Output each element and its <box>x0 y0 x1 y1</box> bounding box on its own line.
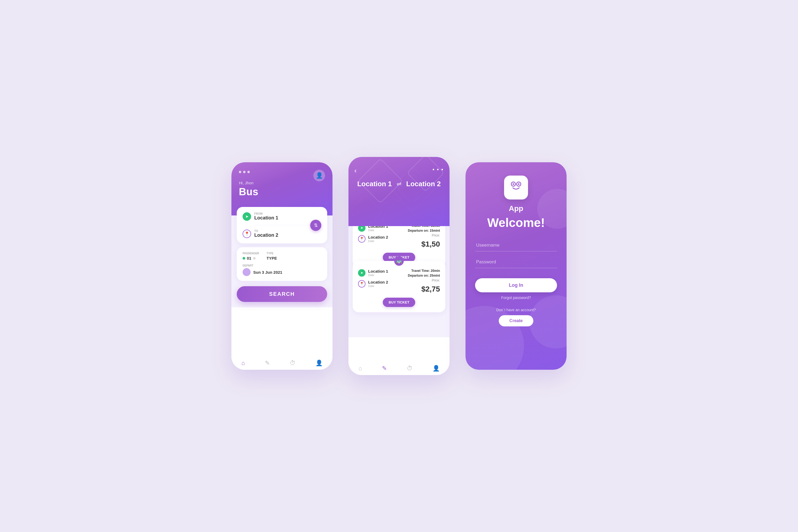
ticket-1-to-info: Location 2 Date <box>368 235 388 243</box>
nav-edit-icon[interactable]: ✎ <box>265 360 270 366</box>
diamond2 <box>390 166 435 211</box>
ticket-2-from-icon: ➤ <box>358 269 365 277</box>
ticket-1-price-label: Price: <box>408 233 440 237</box>
diamond5 <box>349 194 382 226</box>
login-form: Log In <box>475 240 557 296</box>
passenger-label: PASSENGER <box>243 252 259 255</box>
to-location-name: Location 2 <box>254 232 278 238</box>
app-icon-box <box>504 175 528 200</box>
type-value: TYPE <box>267 256 277 261</box>
ticket-1-to-icon: 📍 <box>358 235 365 243</box>
ticket-1-from-icon: ➤ <box>358 226 365 232</box>
p2-header: ‹ • • • Location 1 ⇌ Location 2 <box>348 157 450 226</box>
dot-green <box>243 257 245 260</box>
app-logo-icon <box>508 178 524 197</box>
bottom-nav: ⌂ ✎ ⏱ 👤 <box>231 355 332 370</box>
search-button[interactable]: SEARCH <box>237 286 327 302</box>
ticket-1-from-row: ➤ Location 1 Date <box>358 226 404 232</box>
depart-field: DEPART Sun 3 Jun 2021 <box>243 264 321 276</box>
phone-search: 👤 Hi, Jhon Bus ➤ FROM Location 1 📍 <box>231 162 332 370</box>
ticket-2-top: ➤ Location 1 Date 📍 Location 2 Date <box>358 269 440 295</box>
location-card: ➤ FROM Location 1 📍 TO Location 2 <box>237 207 327 243</box>
from-row: ➤ FROM Location 1 <box>243 212 321 221</box>
ticket-2-to-row: 📍 Location 2 Date <box>358 280 404 288</box>
p1-dots <box>239 171 325 173</box>
bus-icon-2: 🚌 <box>394 256 404 266</box>
diamond4 <box>397 174 427 204</box>
welcome-label: Welcome! <box>487 215 545 230</box>
type-label: TYPE <box>267 252 277 255</box>
ticket-1-departure: Departure on: 15mint <box>408 229 440 232</box>
depart-value: Sun 3 Jun 2021 <box>253 270 282 274</box>
type-field: TYPE TYPE <box>267 252 277 261</box>
diamond6 <box>380 199 418 226</box>
p2-bottom-nav: ⌂ ✎ ⏱ 👤 <box>348 361 450 375</box>
ticket-2-to-info: Location 2 Date <box>368 280 388 288</box>
from-to-section: ➤ FROM Location 1 📍 TO Location 2 <box>243 212 321 238</box>
login-button[interactable]: Log In <box>475 278 557 292</box>
p3-background: App Welcome! Log In Forgot password? Don… <box>466 162 567 370</box>
ticket-card-2: 🚌 ➤ Location 1 Date 📍 <box>353 261 445 312</box>
ticket-1-price: $1,50 <box>408 240 440 248</box>
passenger-field: PASSENGER 01 <box>243 252 259 261</box>
ticket-2-travel-label: Travel Time: <box>411 269 431 273</box>
svg-point-3 <box>518 183 519 185</box>
ticket-1-to-row: 📍 Location 2 Date <box>358 235 404 243</box>
ticket-2-price-label: Price: <box>408 279 440 282</box>
p2-nav-clock-icon[interactable]: ⏱ <box>407 365 413 372</box>
p2-nav-edit-icon[interactable]: ✎ <box>382 365 387 372</box>
dot3 <box>247 171 250 173</box>
from-icon: ➤ <box>243 212 251 221</box>
nav-home-icon[interactable]: ⌂ <box>241 360 245 366</box>
ticket-1-to-date: Date <box>368 240 388 243</box>
p2-body: 🚌 ➤ Location 1 Date 📍 <box>348 226 450 337</box>
ticket-2-locs: ➤ Location 1 Date 📍 Location 2 Date <box>358 269 404 288</box>
nav-clock-icon[interactable]: ⏱ <box>290 360 296 366</box>
greeting-text: Hi, Jhon <box>239 180 325 185</box>
route-to: Location 2 <box>406 180 441 188</box>
dot1 <box>239 171 241 173</box>
ticket-1-locs: ➤ Location 1 Date 📍 Location 2 Date <box>358 226 404 243</box>
dot-gray <box>253 257 255 260</box>
ticket-1-top: ➤ Location 1 Date 📍 Location 2 Date <box>358 226 440 250</box>
dot2 <box>243 171 246 173</box>
ticket-2-from-row: ➤ Location 1 Date <box>358 269 404 277</box>
passenger-value: 01 <box>247 256 251 261</box>
route-display: Location 1 ⇌ Location 2 <box>356 180 442 188</box>
route-arrow-icon: ⇌ <box>397 180 401 188</box>
ticket-2-to-date: Date <box>368 284 388 288</box>
phone-results: ‹ • • • Location 1 ⇌ Location 2 🚌 ➤ <box>348 157 450 375</box>
more-menu-button[interactable]: • • • <box>433 167 444 173</box>
from-label: FROM <box>254 212 278 215</box>
ticket-1-travel-label: Travel Time: <box>411 226 431 228</box>
buy-ticket-2-button[interactable]: BUY TICKET <box>383 298 415 307</box>
ticket-2-info: Travel Time: 20min Departure on: 25mint … <box>408 269 440 295</box>
depart-row: Sun 3 Jun 2021 <box>243 268 321 276</box>
from-location-name: Location 1 <box>254 215 278 221</box>
to-label: TO <box>254 230 278 232</box>
back-button[interactable]: ‹ <box>354 167 357 175</box>
p2-nav-user-icon[interactable]: 👤 <box>433 365 440 372</box>
screen-title: Bus <box>239 186 325 198</box>
ticket-1-from-date: Date <box>368 228 388 232</box>
swap-button[interactable]: ⇅ <box>310 220 321 231</box>
ticket-1-to-name: Location 2 <box>368 235 388 240</box>
ticket-2-departure: Departure on: 25mint <box>408 274 440 278</box>
avatar-icon[interactable]: 👤 <box>314 170 325 182</box>
ticket-2-from-date: Date <box>368 273 388 277</box>
p2-nav-home-icon[interactable]: ⌂ <box>358 365 362 372</box>
forgot-password-link[interactable]: Forgot password? <box>501 296 531 300</box>
blob2 <box>529 295 567 348</box>
ticket-2-dep-label: Departure on: <box>408 274 430 278</box>
ticket-2-to-icon: 📍 <box>358 280 365 288</box>
svg-point-2 <box>513 183 514 185</box>
to-location-info: TO Location 2 <box>254 230 278 238</box>
phone-login: App Welcome! Log In Forgot password? Don… <box>466 162 567 370</box>
password-input[interactable] <box>475 256 557 268</box>
app-name-label: App <box>509 204 523 213</box>
ticket-2-price: $2,75 <box>408 285 440 293</box>
nav-user-icon[interactable]: 👤 <box>316 360 323 366</box>
ticket-1-info: Travel Time: 30min Departure on: 15mint … <box>408 226 440 250</box>
passenger-type-row: PASSENGER 01 TYPE TYPE <box>243 252 321 261</box>
username-input[interactable] <box>475 240 557 251</box>
